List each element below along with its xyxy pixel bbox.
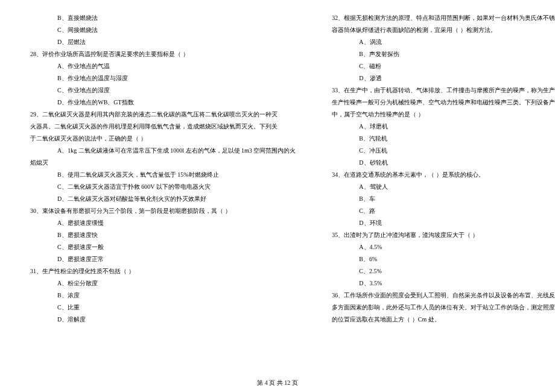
q27-option-c: C、间接燃烧法: [30, 24, 296, 36]
q31-option-c: C、比重: [30, 302, 296, 314]
right-column: 32、根据无损检测方法的原理、特点和适用范围判断，如果对一台材料为奥氏体不锈钢的…: [332, 12, 555, 362]
q36-text-1: 36、工作场所作业面的照度会受到人工照明、自然采光条件以及设备的布置、光线反射条…: [332, 289, 555, 302]
q32-option-b: B、声发射探伤: [332, 48, 555, 60]
q36-text-3: 的位置应选取在其地面上方（ ）Cm 处。: [332, 314, 555, 326]
q31-option-d: D、溶解度: [30, 314, 296, 326]
q34-option-d: D、环境: [332, 217, 555, 229]
q27-option-b: B、直接燃烧法: [30, 12, 296, 24]
q33-option-b: B、汽轮机: [332, 133, 555, 145]
q31-option-b: B、浓度: [30, 289, 296, 302]
q29-option-c: C、二氧化碳灭火器适宜于扑救 600V 以下的带电电器火灾: [30, 181, 296, 193]
q34-option-c: C、路: [332, 205, 555, 217]
q32-option-a: A、涡流: [332, 36, 555, 48]
q35-option-b: B、6%: [332, 253, 555, 265]
q30-option-c: C、磨损速度一般: [30, 241, 296, 253]
page-content: B、直接燃烧法 C、间接燃烧法 D、层燃法 28、评价作业场所高温控制是否满足要…: [30, 12, 525, 362]
q32-option-c: C、磁粉: [332, 60, 555, 72]
q33-text-2: 生产性噪声一般可分为机械性噪声、空气动力性噪声和电磁性噪声三类。下列设备产生的噪…: [332, 96, 555, 109]
q28-option-b: B、作业地点的温度与湿度: [30, 72, 296, 84]
q33-option-a: A、球磨机: [332, 121, 555, 133]
q33-option-d: D、砂轮机: [332, 157, 555, 169]
q27-option-d: D、层燃法: [30, 36, 296, 48]
q29-text-1: 29、二氧化碳灭火器是利用其内部充装的液态二氧化碳的蒸气压将二氧化碳喷出灭火的一…: [30, 109, 296, 121]
q32-option-d: D、渗透: [332, 72, 555, 84]
q30-option-b: B、磨损速度快: [30, 229, 296, 241]
q33-option-c: C、冲压机: [332, 145, 555, 157]
q29-text-2: 火器具。二氧化碳灭火器的作用机理是利用降低氧气含量，造成燃烧区域缺氧而灭火。下列…: [30, 121, 296, 133]
q29-option-b: B、使用二氧化碳灭火器灭火，氧气含量低于 15%时燃烧终止: [30, 169, 296, 181]
q30-option-a: A、磨损速度缓慢: [30, 217, 296, 229]
q34-option-b: B、车: [332, 193, 555, 205]
q35-text: 35、出渣时为了防止冲渣沟堵塞，渣沟坡度应大于（ ）: [332, 229, 555, 241]
q35-option-a: A、4.5%: [332, 241, 555, 253]
q35-option-c: C、2.5%: [332, 265, 555, 277]
left-column: B、直接燃烧法 C、间接燃烧法 D、层燃法 28、评价作业场所高温控制是否满足要…: [30, 12, 296, 362]
q33-text-3: 中，属于空气动力性噪声的是（ ）: [332, 109, 555, 121]
q28-text: 28、评价作业场所高温控制是否满足要求的主要指标是（ ）: [30, 48, 296, 60]
q32-text-1: 32、根据无损检测方法的原理、特点和适用范围判断，如果对一台材料为奥氏体不锈钢的…: [332, 12, 555, 24]
q29-option-a-2: 焰熄灭: [30, 157, 296, 169]
q30-text: 30、束体设备有形磨损可分为三个阶段，第一阶段是初期磨损阶段，其（ ）: [30, 205, 296, 217]
page-footer: 第 4 页 共 12 页: [0, 379, 555, 387]
q36-text-2: 多方面因素的影响，此外还与工作人员的体位有关。对于站立工作的场合，测定照度时，测…: [332, 302, 555, 314]
q29-option-d: D、二氧化碳灭火器对硝酸盐等氧化剂火灾的扑灭效果好: [30, 193, 296, 205]
q28-option-c: C、作业地点的湿度: [30, 84, 296, 96]
q29-text-3: 于二氧化碳灭火器的说法中，正确的是（ ）: [30, 133, 296, 145]
q29-option-a-1: A、1kg 二氧化碳液体可在常温常压下生成 1000l 左右的气体，足以使 1m…: [30, 145, 296, 157]
q31-text: 31、生产性粉尘的理化性质不包括（ ）: [30, 265, 296, 277]
q32-text-2: 容器筒体纵焊缝进行表面缺陷的检测，宜采用（ ）检测方法。: [332, 24, 555, 36]
q33-text-1: 33、在生产中，由于机器转动、气体排放、工件撞击与摩擦所产生的噪声，称为生产性噪…: [332, 84, 555, 96]
q34-option-a: A、驾驶人: [332, 181, 555, 193]
q28-option-a: A、作业地点的气温: [30, 60, 296, 72]
q31-option-a: A、粉尘分散度: [30, 277, 296, 289]
q35-option-d: D、3.5%: [332, 277, 555, 289]
q34-text: 34、在道路交通系统的基本元素中，（ ）是系统的核心。: [332, 169, 555, 181]
q30-option-d: D、磨损速度正常: [30, 253, 296, 265]
q28-option-d: D、作业地点的WB、GT指数: [30, 96, 296, 109]
